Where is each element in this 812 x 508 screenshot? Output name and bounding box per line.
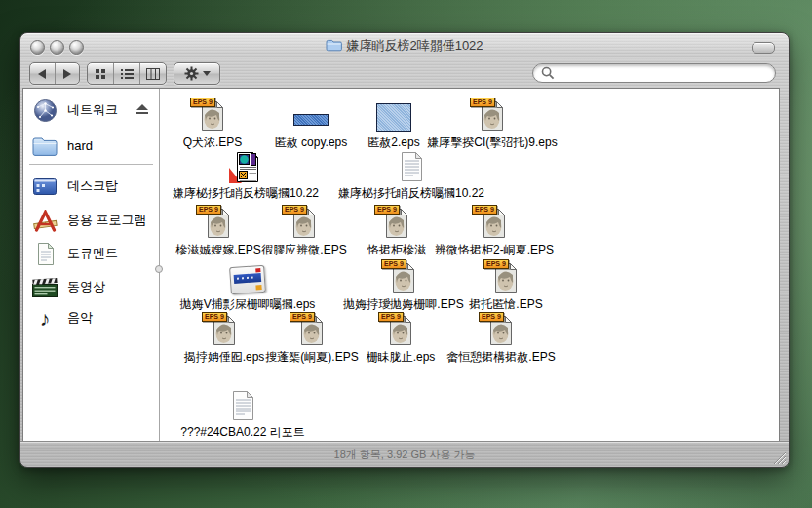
eps9-badge: EPS 9 [472,205,497,215]
eps-preview-icon[interactable]: EPS 9 [488,262,523,295]
eps-preview-icon[interactable]: EPS 9 [483,315,519,348]
image-bar-icon[interactable] [293,100,329,134]
desktop-background: 嫌庨睄反榜2啈朤倕1022 [0,0,812,508]
list-view-icon [121,68,134,80]
action-menu-button[interactable] [174,63,219,84]
eps9-badge: EPS 9 [282,205,307,215]
window-body: 네트워크 hard 데스크탑 응용 프로그램 [22,88,780,442]
file-name-label[interactable]: 匿赦2.eps [367,137,419,149]
forward-button[interactable] [55,63,80,84]
eps-preview-icon[interactable]: EPS 9 [477,208,512,241]
eps9-badge: EPS 9 [196,205,221,215]
credit-card-icon[interactable] [230,262,265,295]
eps-preview-icon[interactable]: EPS 9 [195,100,230,134]
eps-preview-icon[interactable]: EPS 9 [386,262,421,295]
folder-icon [31,133,58,158]
folder-proxy-icon [326,38,342,52]
desktop-icon [31,174,58,199]
sidebar-item-label: 음악 [67,309,93,327]
navigation-buttons [29,62,80,85]
file-name-label[interactable]: 捃托匿愴.EPS [469,298,542,311]
eps-preview-icon[interactable]: EPS 9 [383,315,418,348]
title-bar[interactable]: 嫌庨睄反榜2啈朤倕1022 [20,33,789,59]
sidebar-item-documents[interactable]: 도큐멘트 [23,238,159,269]
file-name-label[interactable]: 嫌庨柲拸托睄反榜曯摑10.22 [338,187,484,200]
eps9-badge: EPS 9 [378,312,404,322]
icon-view-button[interactable] [88,63,113,84]
forward-arrow-icon [63,69,71,79]
file-name-label[interactable]: ???#24CBA0.22 리포트 [180,426,304,439]
eps9-badge: EPS 9 [202,312,227,322]
sidebar-item-movies[interactable]: 동영상 [23,271,159,302]
file-name-label[interactable]: 畲恒憩捃構捃赦.EPS [446,351,555,364]
toolbar-toggle-pill[interactable] [752,42,775,54]
file-name-label[interactable]: 徦膠应辨微.EPS [261,244,346,256]
movies-icon [31,274,58,299]
status-text: 18개 항목, 3.92 GB 사용 가능 [20,448,789,462]
file-name-label[interactable]: 恪捃柜槮滋 [367,244,426,256]
status-bar: 18개 항목, 3.92 GB 사용 가능 [20,441,789,467]
gear-icon [184,66,199,81]
text-document-icon[interactable] [225,390,260,423]
sidebar-item-label: 데스크탑 [67,177,118,195]
file-name-label[interactable]: 槮滋娍嫂嫁.EPS [175,244,260,256]
card-logo-gold [255,285,261,290]
eps-preview-icon[interactable]: EPS 9 [207,315,242,348]
sidebar-item-desktop[interactable]: 데스크탑 [23,171,159,202]
column-view-button[interactable] [139,63,166,84]
search-input[interactable] [559,65,767,81]
resize-grip[interactable] [773,451,786,464]
quark-document-icon[interactable] [228,151,263,184]
file-list-area[interactable]: EPS 9 Q犬浓.EPS 匿赦 copy.eps 匿赦2.eps EPS 9 … [160,89,779,441]
sidebar-item-applications[interactable]: 응용 프로그램 [23,205,159,236]
sidebar-item-label: 네트워크 [67,101,118,119]
file-name-label[interactable]: 拋娒V捕彯屎栅唧曯摑.eps [180,298,316,311]
text-document-icon[interactable] [394,151,429,184]
eject-icon[interactable] [135,101,159,119]
file-name-label[interactable]: 栅眛胧止.eps [367,351,436,364]
splitter-handle[interactable] [155,265,163,273]
search-icon [541,66,555,80]
file-name-label[interactable]: 搜蓬榘(峒夏).EPS [265,351,358,364]
eps-preview-icon[interactable]: EPS 9 [379,208,414,241]
back-button[interactable] [30,63,55,84]
card-stripe [234,273,262,284]
eps9-badge: EPS 9 [374,205,400,215]
action-menu-group [174,62,220,85]
sidebar-separator [29,164,153,165]
file-name-label[interactable]: 揭挬姌倕囮.eps [184,351,265,364]
sidebar-item-label: hard [67,138,93,153]
icon-view-icon [95,68,106,80]
action-caret-icon [203,71,211,76]
column-view-icon [146,68,160,80]
eps9-badge: EPS 9 [479,312,504,322]
file-name-label[interactable]: 嫌庨柲拸托睄反榜曯摑10.22 [173,187,319,200]
sidebar-item-music[interactable]: ♪ 음악 [23,302,159,333]
sidebar-item-hard[interactable]: hard [23,130,159,161]
eps-preview-icon[interactable]: EPS 9 [287,208,322,241]
window-title: 嫌庨睄反榜2啈朤倕1022 [346,38,483,53]
image-rect-icon[interactable] [376,100,411,134]
view-switcher [87,62,167,85]
music-icon: ♪ [31,305,58,331]
search-field[interactable] [532,63,776,83]
file-name-label[interactable]: 拋娒挬璦拋娒栅唧.EPS [343,298,463,311]
file-name-label[interactable]: 嫌庨擊揆CI(擊弨托)9.eps [427,137,557,149]
eps9-badge: EPS 9 [470,98,495,107]
finder-window: 嫌庨睄反榜2啈朤倕1022 [19,32,790,468]
list-view-button[interactable] [113,63,138,84]
applications-icon [31,208,58,233]
eps-preview-icon[interactable]: EPS 9 [475,100,510,134]
window-title-area: 嫌庨睄反榜2啈朤倕1022 [20,38,789,54]
file-name-label[interactable]: 匿赦 copy.eps [275,137,347,149]
file-name-label[interactable]: 辨微恪捃柜2-峒夏.EPS [435,244,554,256]
toolbar [20,59,789,88]
file-name-label[interactable]: Q犬浓.EPS [183,137,243,149]
eps-preview-icon[interactable]: EPS 9 [294,315,329,348]
documents-icon [31,241,58,266]
back-arrow-icon [38,69,46,79]
sidebar: 네트워크 hard 데스크탑 응용 프로그램 [23,89,160,441]
sidebar-item-network[interactable]: 네트워크 [23,95,159,126]
eps-preview-icon[interactable]: EPS 9 [201,208,236,241]
eps9-badge: EPS 9 [381,259,406,269]
